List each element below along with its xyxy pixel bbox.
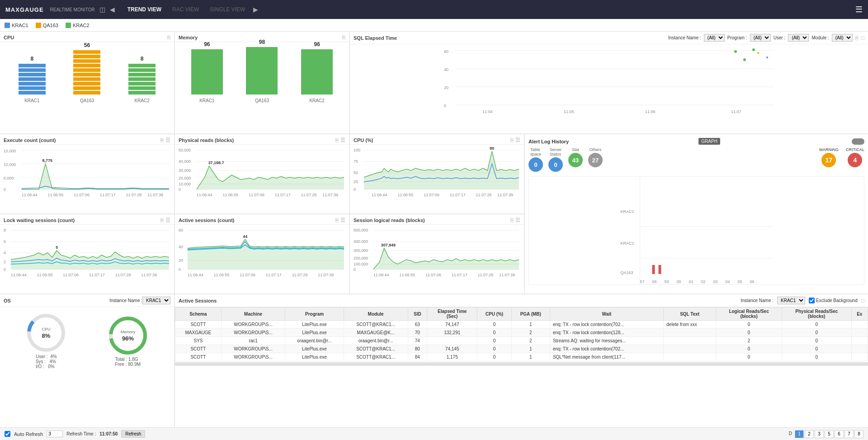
cpu-bar-krac2: 8 KRAC2 <box>128 56 156 103</box>
memory-bar-krac1: 96 KRAC1 <box>191 41 223 103</box>
lock-copy-icon[interactable]: ⎘ <box>160 217 164 223</box>
sql-expand-icon[interactable]: □ <box>861 35 864 41</box>
svg-text:01: 01 <box>689 279 693 284</box>
execute-count-title: Execute count (count) <box>4 137 56 143</box>
refresh-button[interactable]: Refresh <box>121 430 145 438</box>
svg-text:11:06:44: 11:06:44 <box>197 193 212 197</box>
page-btn-5[interactable]: 5 <box>825 430 834 438</box>
svg-text:11:06:55: 11:06:55 <box>37 273 53 277</box>
svg-text:11:06: 11:06 <box>645 109 656 114</box>
as-instance-dropdown[interactable]: KRAC1 <box>777 297 805 304</box>
svg-text:11:06:55: 11:06:55 <box>214 273 230 277</box>
svg-text:500,000: 500,000 <box>354 228 368 232</box>
auto-refresh-count[interactable] <box>47 431 63 437</box>
sess-logical-svg: 500,000 400,000 300,000 200,000 100,000 … <box>353 226 521 282</box>
col-program: Program <box>285 308 344 321</box>
col-sql-text: SQL Text <box>664 308 716 321</box>
phys-menu-icon[interactable]: ☰ <box>340 137 345 143</box>
user-dropdown[interactable]: (All) <box>788 34 809 42</box>
alert-chart-area: KRAC1 KRAC2 QA163 57 58 59 00 01 02 03 0… <box>528 176 864 285</box>
exec-copy-icon[interactable]: ⎘ <box>160 137 164 143</box>
table-row[interactable]: SYS rac1 oraagent.bin@r... oraagent.bin@… <box>175 337 868 345</box>
table-row[interactable]: SCOTT WORKGROUP\S... LitePlus.exe SCOTT@… <box>175 321 868 329</box>
page-btn-3[interactable]: 3 <box>815 430 824 438</box>
svg-text:QA163: QA163 <box>621 270 633 275</box>
nav-rac-view[interactable]: RAC VIEW <box>169 5 203 14</box>
cpu-bar-qa163: 56 QA163 <box>73 42 100 103</box>
page-btn-7[interactable]: 7 <box>844 430 854 438</box>
svg-text:11:06:44: 11:06:44 <box>188 273 203 277</box>
cpu-bar-stripe <box>19 64 46 67</box>
nav-single-view[interactable]: SINGLE VIEW <box>206 5 249 14</box>
cpu-pct-copy-icon[interactable]: ⎘ <box>510 137 514 143</box>
svg-text:11:07:28: 11:07:28 <box>126 193 142 197</box>
auto-refresh-checkbox[interactable] <box>5 431 10 437</box>
svg-text:25: 25 <box>354 180 358 184</box>
module-dropdown[interactable]: (All) <box>832 34 853 42</box>
horizontal-scrollbar[interactable] <box>175 362 868 366</box>
warning-badge: 17 <box>821 153 836 167</box>
active-sessions-table-wrapper[interactable]: Schema Machine Program Module SID Elapse… <box>175 307 868 427</box>
svg-text:0: 0 <box>179 187 181 192</box>
alert-metric-tablespace: Tablespace 0 <box>528 147 543 172</box>
os-instance-dropdown[interactable]: KRAC1 <box>142 297 170 304</box>
cpu-panel: CPU ⎘ 8 KRAC1 <box>0 32 174 133</box>
prev-icon[interactable]: ◀ <box>110 6 115 13</box>
svg-text:8%: 8% <box>42 332 51 339</box>
brand-subtitle: REALTIME MONITOR <box>50 7 95 12</box>
svg-text:11:07:28: 11:07:28 <box>478 273 494 277</box>
svg-point-12 <box>734 50 737 53</box>
nav-trend-view[interactable]: TREND VIEW <box>124 5 165 14</box>
hamburger-icon[interactable]: ☰ <box>855 5 863 14</box>
memory-copy-icon[interactable]: ⎘ <box>342 34 345 41</box>
svg-text:11:06:44: 11:06:44 <box>11 273 27 277</box>
table-row[interactable]: SCOTT WORKGROUP\S... LitePlus.exe SCOTT@… <box>175 353 868 361</box>
session-table-body: SCOTT WORKGROUP\S... LitePlus.exe SCOTT@… <box>175 321 868 361</box>
sess-logical-copy-icon[interactable]: ⎘ <box>510 217 514 223</box>
as-expand-icon[interactable]: □ <box>861 298 864 304</box>
cpu-copy-icon[interactable]: ⎘ <box>167 34 170 41</box>
table-header-row: Schema Machine Program Module SID Elapse… <box>175 308 868 321</box>
sql-copy-icon[interactable]: ⎘ <box>855 35 859 41</box>
page-btn-1[interactable]: 1 <box>795 430 804 438</box>
page-btn-8[interactable]: 8 <box>854 430 863 438</box>
page-btn-2[interactable]: 2 <box>805 430 814 438</box>
alert-graph-btn[interactable]: GRAPH <box>698 138 720 145</box>
svg-text:10,000: 10,000 <box>179 182 191 186</box>
module-label: Module : <box>811 35 829 40</box>
legend-color-krac1 <box>5 23 10 28</box>
sess-logical-menu-icon[interactable]: ☰ <box>515 217 520 223</box>
svg-text:40: 40 <box>444 67 448 72</box>
legend-krac2: KRAC2 <box>66 23 90 28</box>
svg-text:11:06:55: 11:06:55 <box>222 193 238 197</box>
physical-reads-title: Physical reads (blocks) <box>179 137 234 143</box>
exclude-bg-checkbox[interactable] <box>809 298 815 303</box>
svg-text:8: 8 <box>4 228 6 232</box>
exec-menu-icon[interactable]: ☰ <box>165 137 170 143</box>
legend-color-qa163 <box>36 23 41 28</box>
lock-menu-icon[interactable]: ☰ <box>165 217 170 223</box>
program-dropdown[interactable]: (All) <box>750 34 771 42</box>
lock-waiting-title: Lock waiting sessions (count) <box>4 218 75 223</box>
os-cpu-gauge: CPU 8% User : 4% Sys : 4% I/O : 0% <box>26 312 66 369</box>
memory-title: Memory <box>179 35 198 40</box>
phys-copy-icon[interactable]: ⎘ <box>335 137 339 143</box>
svg-text:11:06:44: 11:06:44 <box>372 193 387 197</box>
layout-icon[interactable]: ◫ <box>99 6 105 13</box>
os-cpu-stats: User : 4% Sys : 4% I/O : 0% <box>36 354 57 369</box>
svg-text:20,000: 20,000 <box>179 176 191 180</box>
alert-toggle[interactable] <box>852 138 864 145</box>
svg-text:CPU: CPU <box>42 327 51 331</box>
next-icon[interactable]: ▶ <box>253 6 258 13</box>
cpu-pct-menu-icon[interactable]: ☰ <box>515 137 520 143</box>
legend-bar: KRAC1 QA163 KRAC2 <box>0 19 868 32</box>
table-row[interactable]: MAXGAUGE WORKGROUP\S... LitePlus.exe MAX… <box>175 329 868 337</box>
active-sess-menu-icon[interactable]: ☰ <box>340 217 345 223</box>
svg-text:5,000: 5,000 <box>4 176 14 180</box>
svg-text:200,000: 200,000 <box>354 256 368 260</box>
instance-dropdown[interactable]: (All) <box>704 34 725 42</box>
table-row[interactable]: SCOTT WORKGROUP\S... LitePlus.exe SCOTT@… <box>175 345 868 353</box>
page-btn-6[interactable]: 6 <box>835 430 844 438</box>
active-sess-copy-icon[interactable]: ⎘ <box>335 217 339 223</box>
as-instance-label: Instance Name : <box>741 298 774 303</box>
